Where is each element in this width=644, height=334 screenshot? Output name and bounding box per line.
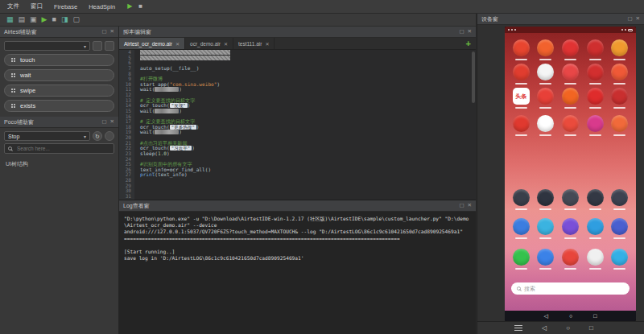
app-icon[interactable] (562, 189, 579, 206)
device-screen-mirror[interactable]: 搜索 头条 ◁ ○ □ (505, 27, 636, 321)
app-icon[interactable] (537, 64, 554, 80)
app-icon[interactable] (513, 249, 530, 266)
app-icon[interactable] (587, 88, 604, 105)
float-panel-icon[interactable]: ▢ (627, 16, 632, 22)
stop-script-icon[interactable]: ■ (52, 16, 56, 23)
menu-item-2[interactable]: Firebase (48, 3, 83, 10)
app-icon[interactable] (513, 64, 530, 80)
app-icon[interactable] (611, 39, 628, 56)
app-icon[interactable] (587, 115, 604, 132)
app-icon-cell[interactable] (559, 249, 581, 270)
app-icon[interactable] (562, 218, 579, 235)
app-icon[interactable] (562, 249, 579, 266)
app-icon-cell[interactable] (609, 39, 631, 60)
app-icon[interactable] (562, 39, 579, 56)
app-icon-cell[interactable] (584, 218, 606, 239)
app-icon[interactable] (587, 218, 604, 235)
app-icon[interactable] (587, 249, 604, 266)
float-panel-icon[interactable]: ▢ (101, 119, 106, 125)
app-icon-cell[interactable] (609, 189, 631, 210)
close-panel-icon[interactable]: ✕ (468, 29, 472, 35)
app-icon-cell[interactable] (609, 249, 631, 270)
poco-search-input[interactable] (15, 145, 110, 152)
close-panel-icon[interactable]: ✕ (468, 203, 472, 208)
app-icon-cell[interactable] (535, 189, 557, 210)
app-icon[interactable] (562, 64, 579, 80)
app-icon[interactable] (611, 249, 628, 266)
app-icon[interactable] (562, 88, 579, 105)
close-panel-icon[interactable]: ✕ (110, 29, 114, 35)
app-icon-cell[interactable] (559, 64, 581, 85)
menu-item-0[interactable]: 文件 (2, 2, 25, 10)
inspect-icon[interactable] (105, 131, 114, 141)
new-script-icon[interactable]: ▦ (6, 16, 14, 23)
poco-mode-select[interactable]: Stop ▾ (4, 131, 90, 141)
app-icon-cell[interactable] (609, 115, 631, 136)
app-icon[interactable] (611, 189, 628, 206)
app-icon-cell[interactable] (559, 39, 581, 60)
app-icon-cell[interactable] (584, 115, 606, 136)
float-panel-icon[interactable]: ▢ (101, 29, 106, 35)
back-icon[interactable]: ◁ (542, 325, 547, 332)
phone-search-bar[interactable]: 搜索 (511, 282, 630, 295)
assist-button-swipe[interactable]: swipe (4, 85, 114, 97)
app-icon-cell[interactable] (510, 64, 532, 85)
app-icon-cell[interactable] (510, 115, 532, 136)
app-icon[interactable] (513, 115, 530, 132)
back-icon[interactable]: ◁ (544, 313, 548, 319)
new-tab-button[interactable]: + (466, 39, 471, 48)
app-icon-cell[interactable] (584, 249, 606, 270)
app-icon-cell[interactable] (559, 88, 581, 109)
assist-button-touch[interactable]: touch (4, 54, 114, 66)
close-panel-icon[interactable]: ✕ (636, 16, 640, 22)
toutiao-app-icon[interactable]: 头条 (513, 88, 530, 105)
template-select[interactable]: ▾ (4, 41, 90, 51)
app-icon-cell[interactable] (584, 64, 606, 85)
app-icon[interactable] (537, 249, 554, 266)
menu-item-1[interactable]: 窗口 (25, 2, 48, 10)
app-icon-cell[interactable] (535, 115, 557, 136)
app-icon[interactable] (513, 218, 530, 235)
app-icon[interactable] (587, 64, 604, 80)
app-icon[interactable] (611, 64, 628, 80)
app-icon[interactable] (611, 115, 628, 132)
app-icon-cell[interactable] (584, 189, 606, 210)
assist-button-wait[interactable]: wait (4, 69, 114, 81)
save-icon[interactable] (93, 41, 102, 51)
close-tab-icon[interactable]: ✕ (175, 41, 180, 47)
phone-homescreen[interactable]: 搜索 头条 (505, 33, 636, 311)
app-icon[interactable] (587, 189, 604, 206)
app-icon-cell[interactable] (510, 249, 532, 270)
image-template-thumbnail[interactable] (155, 109, 179, 113)
app-icon-cell[interactable]: 头条 (510, 88, 532, 109)
app-icon[interactable] (513, 189, 530, 206)
play-icon[interactable]: ▶ (127, 3, 132, 10)
home-icon[interactable]: ○ (566, 325, 570, 332)
run-script-icon[interactable]: ▶ (42, 16, 47, 23)
app-icon[interactable] (537, 115, 554, 132)
open-script-icon[interactable]: ▤ (19, 16, 26, 23)
app-icon-cell[interactable] (535, 218, 557, 239)
save-script-icon[interactable]: ▣ (30, 16, 37, 23)
app-icon-cell[interactable] (609, 218, 631, 239)
image-template-thumbnail[interactable] (155, 87, 179, 92)
recents-icon[interactable]: □ (593, 313, 597, 319)
app-icon-cell[interactable] (535, 249, 557, 270)
app-icon[interactable] (537, 39, 554, 56)
app-icon-cell[interactable] (510, 189, 532, 210)
app-icon-cell[interactable] (559, 189, 581, 210)
refresh-icon[interactable]: ↻ (93, 131, 102, 141)
app-icon[interactable] (537, 189, 554, 206)
close-tab-icon[interactable]: ✕ (224, 41, 228, 47)
float-panel-icon[interactable]: ▢ (459, 29, 464, 35)
app-icon[interactable] (537, 88, 554, 105)
app-icon-cell[interactable] (535, 39, 557, 60)
app-icon-cell[interactable] (609, 88, 631, 109)
app-icon-cell[interactable] (510, 218, 532, 239)
app-icon[interactable] (611, 218, 628, 235)
tab-1[interactable]: ocr_demo.air✕ (185, 38, 233, 49)
stop-icon[interactable]: ■ (138, 3, 142, 10)
tab-2[interactable]: test111.air✕ (233, 38, 275, 49)
snapshot-icon[interactable]: ◨ (61, 16, 68, 23)
app-icon[interactable] (513, 39, 530, 56)
